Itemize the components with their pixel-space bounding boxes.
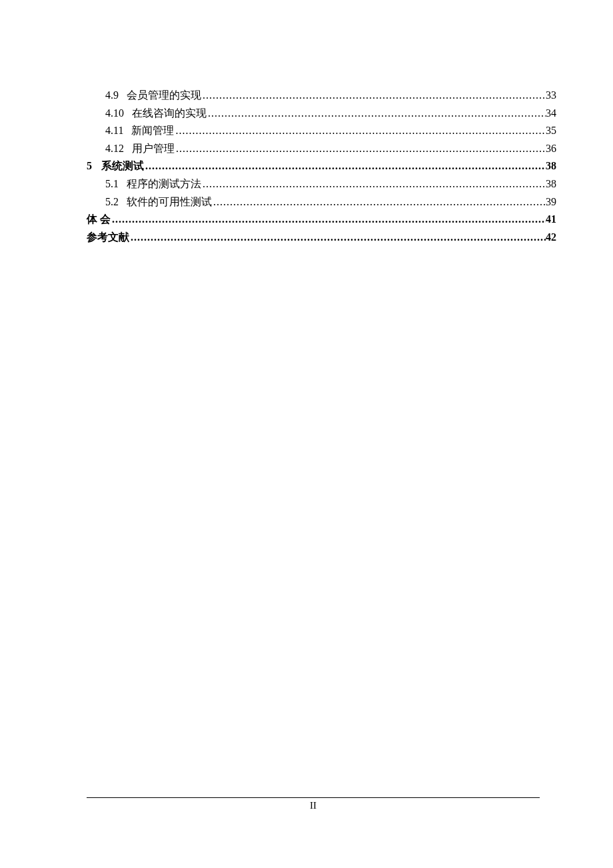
toc-leader-dots: ........................................… [175, 140, 546, 157]
page-footer: II [87, 797, 540, 811]
toc-entry: 5.2 软件的可用性测试 ...........................… [87, 193, 556, 211]
footer-page-number: II [87, 800, 540, 811]
toc-entry: 5 系统测试 .................................… [87, 157, 556, 175]
toc-entry: 体 会 ....................................… [87, 211, 556, 228]
toc-entry: 4.9 会员管理的实现 ............................… [87, 87, 556, 104]
toc-leader-dots: ........................................… [111, 211, 546, 228]
toc-title: 体 会 [87, 211, 111, 228]
toc-number: 4.11 [105, 122, 123, 139]
toc-page-number: 42 [546, 229, 556, 246]
toc-number: 4.10 [105, 105, 124, 122]
document-page: 4.9 会员管理的实现 ............................… [0, 0, 613, 245]
toc-page-number: 34 [546, 105, 556, 122]
toc-leader-dots: ........................................… [201, 175, 546, 193]
toc-title: 用户管理 [132, 140, 175, 157]
toc-title: 会员管理的实现 [127, 87, 201, 104]
toc-leader-dots: ........................................… [207, 105, 546, 122]
toc-title: 新闻管理 [131, 122, 174, 139]
toc-title: 在线咨询的实现 [132, 105, 207, 122]
toc-page-number: 39 [546, 193, 556, 211]
footer-divider [87, 797, 540, 798]
toc-entry: 4.11 新闻管理 ..............................… [87, 122, 556, 139]
toc-leader-dots: ........................................… [201, 87, 546, 104]
toc-page-number: 38 [546, 175, 556, 193]
toc-leader-dots: ........................................… [174, 122, 546, 139]
toc-entry: 参考文献 ...................................… [87, 229, 556, 246]
toc-page-number: 36 [546, 140, 556, 157]
toc-leader-dots: ........................................… [212, 193, 546, 211]
toc-number: 4.12 [105, 140, 124, 157]
toc-page-number: 35 [546, 122, 556, 139]
toc-page-number: 38 [546, 157, 556, 175]
toc-number: 4.9 [105, 87, 119, 104]
toc-title: 参考文献 [87, 229, 129, 246]
toc-title: 程序的测试方法 [127, 175, 201, 193]
toc-number: 5 [87, 157, 92, 175]
toc-title: 系统测试 [101, 157, 144, 175]
toc-leader-dots: ........................................… [144, 157, 546, 175]
toc-entry: 4.10 在线咨询的实现 ...........................… [87, 105, 556, 122]
toc-page-number: 33 [546, 87, 556, 104]
toc-leader-dots: ........................................… [129, 229, 546, 246]
toc-title: 软件的可用性测试 [127, 193, 212, 211]
toc-number: 5.2 [105, 193, 119, 211]
toc-entry: 4.12 用户管理 ..............................… [87, 140, 556, 157]
toc-entry: 5.1 程序的测试方法 ............................… [87, 175, 556, 193]
toc-number: 5.1 [105, 175, 119, 193]
toc-page-number: 41 [546, 211, 556, 228]
